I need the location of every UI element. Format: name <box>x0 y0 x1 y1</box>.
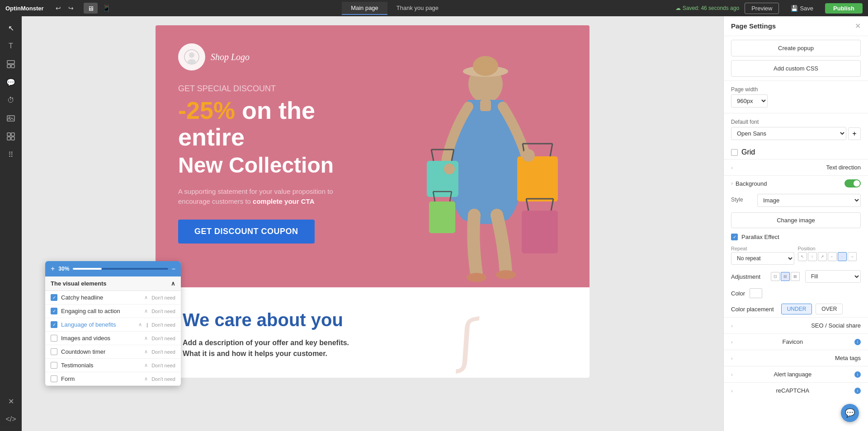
style-label: Style <box>731 197 754 203</box>
grid-checkbox[interactable] <box>731 149 738 156</box>
popup-bottom-section: We care about you Add a description of y… <box>156 287 590 378</box>
text-tool[interactable]: T <box>3 38 19 54</box>
fp-item-form[interactable]: Form ∧ Don't need <box>45 372 181 386</box>
color-placement-row: Color placement UNDER OVER <box>724 301 868 317</box>
text-direction-chevron: › <box>731 165 733 170</box>
popup-headline-small: GET SPECIAL DISCOUNT <box>178 84 372 94</box>
image-tool[interactable] <box>3 110 19 126</box>
svg-point-14 <box>473 56 498 76</box>
favicon-section-header[interactable]: › Favicon i <box>724 333 868 350</box>
grid-tool[interactable] <box>3 128 19 145</box>
svg-rect-26 <box>522 211 558 253</box>
style-select[interactable]: Image Color Gradient <box>757 194 861 207</box>
topbar-right-actions: ☁ Saved: 46 seconds ago Preview 💾 Save P… <box>675 3 863 14</box>
cursor-tool[interactable]: ↖ <box>3 20 19 36</box>
fp-checkbox-countdown[interactable] <box>51 348 57 355</box>
svg-rect-30 <box>429 201 455 233</box>
canvas-wrapper: Shop Logo GET SPECIAL DISCOUNT -25% on t… <box>22 25 723 431</box>
adjustment-label: Adjustment <box>731 273 767 280</box>
fp-label-catchy-headline: Catchy headline <box>61 294 141 301</box>
fp-label-images: Images and videos <box>61 335 141 342</box>
svg-point-11 <box>188 59 196 64</box>
pos-right-top[interactable]: ↗ <box>818 252 827 261</box>
cta-button[interactable]: GET DISCOUNT COUPON <box>178 220 315 244</box>
adj-icon-3[interactable]: ⊠ <box>791 272 800 281</box>
fp-checkbox-form[interactable] <box>51 375 57 382</box>
recaptcha-section-header[interactable]: › reCAPTCHA i <box>724 382 868 398</box>
canvas-area: Shop Logo GET SPECIAL DISCOUNT -25% on t… <box>22 16 723 431</box>
fp-checkbox-catchy-headline[interactable] <box>51 294 57 301</box>
apps-tool[interactable]: ⠿ <box>3 146 19 163</box>
chat-bubble-button[interactable]: 💬 <box>841 404 859 422</box>
redo-button[interactable]: ↪ <box>66 4 76 13</box>
fp-status-cta: Don't need <box>151 309 175 314</box>
grid-icon <box>7 132 15 141</box>
pos-center-top[interactable]: ↑ <box>808 252 817 261</box>
pos-left-center[interactable]: ← <box>828 252 837 261</box>
fp-checkbox-testimonials[interactable] <box>51 362 57 369</box>
fp-item-countdown[interactable]: Countdown timer ∧ Don't need <box>45 345 181 359</box>
fp-checkbox-cta[interactable] <box>51 308 57 314</box>
code-tool[interactable]: </> <box>3 411 19 427</box>
zoom-minus-button[interactable]: − <box>172 265 175 272</box>
adj-icon-2[interactable]: ⊞ <box>781 272 790 281</box>
fp-item-benefits[interactable]: Language of benefits ∧ | Don't need <box>45 318 181 332</box>
pos-center[interactable]: · <box>838 252 847 261</box>
background-toggle[interactable] <box>844 179 861 187</box>
meta-tags-section-header[interactable]: › Meta tags <box>724 350 868 366</box>
svg-point-10 <box>189 52 194 58</box>
rs-close-button[interactable]: ✕ <box>855 22 861 30</box>
publish-button[interactable]: Publish <box>825 3 863 14</box>
undo-button[interactable]: ↩ <box>53 4 64 13</box>
popup-accent-text: -25% <box>178 97 235 124</box>
zoom-bar <box>73 268 168 270</box>
desktop-view-button[interactable]: 🖥 <box>84 3 98 14</box>
layout-tool[interactable] <box>3 56 19 72</box>
pos-left-top[interactable]: ↖ <box>798 252 807 261</box>
text-direction-section-header[interactable]: › Text direction <box>724 159 868 175</box>
mobile-view-button[interactable]: 📱 <box>99 3 114 14</box>
adjustment-select[interactable]: Fill Fit Stretch Tile <box>805 270 861 283</box>
adj-icon-1[interactable]: ⊡ <box>771 272 780 281</box>
color-row: Color <box>724 286 868 301</box>
preview-button[interactable]: Preview <box>745 3 779 14</box>
meta-tags-chevron: › <box>731 356 733 361</box>
tab-thank-you-page[interactable]: Thank you page <box>387 2 448 15</box>
placement-over-button[interactable]: OVER <box>816 304 843 314</box>
left-sidebar: ↖ T 💬 ⏱ ⠿ ✕ <box>0 16 22 431</box>
seo-label: SEO / Social share <box>811 322 861 329</box>
add-css-button[interactable]: Add custom CSS <box>731 60 861 77</box>
add-font-button[interactable]: + <box>848 127 861 140</box>
repeat-label: Repeat <box>731 246 794 251</box>
color-placement-label: Color placement <box>731 306 774 313</box>
fp-item-testimonials[interactable]: Testimonials ∧ Don't need <box>45 359 181 372</box>
fp-status-form: Don't need <box>151 376 175 382</box>
fp-checkbox-benefits[interactable] <box>51 321 57 328</box>
page-width-select[interactable]: 960px 1200px 800px <box>731 94 768 108</box>
alert-language-chevron: › <box>731 372 733 377</box>
fp-checkbox-images[interactable] <box>51 335 57 342</box>
fp-item-images[interactable]: Images and videos ∧ Don't need <box>45 332 181 345</box>
fp-item-cta[interactable]: Engaging call to action ∧ Don't need <box>45 305 181 318</box>
timer-tool[interactable]: ⏱ <box>3 92 19 108</box>
placement-under-button[interactable]: UNDER <box>781 304 812 314</box>
fp-chevron-1: ∧ <box>144 308 148 314</box>
seo-section-header[interactable]: › SEO / Social share <box>724 317 868 333</box>
page-settings-title: Page Settings <box>731 22 776 30</box>
collapse-sidebar-button[interactable]: ✕ <box>3 393 19 409</box>
svg-rect-1 <box>7 65 10 68</box>
create-popup-button[interactable]: Create popup <box>731 40 861 56</box>
default-font-select[interactable]: Open Sans Roboto Arial <box>731 127 846 140</box>
tab-main-page[interactable]: Main page <box>342 2 387 15</box>
pos-right-center[interactable]: → <box>848 252 857 261</box>
fp-item-catchy-headline[interactable]: Catchy headline ∧ Don't need <box>45 291 181 305</box>
save-button[interactable]: 💾 Save <box>784 3 820 14</box>
comment-tool[interactable]: 💬 <box>3 74 19 90</box>
popup-logo-area: Shop Logo <box>178 43 372 70</box>
change-image-button[interactable]: Change image <box>731 212 861 228</box>
repeat-select[interactable]: No repeat Repeat Repeat-x Repeat-y <box>731 252 794 265</box>
alert-language-section-header[interactable]: › Alert language i <box>724 366 868 382</box>
parallax-checkbox[interactable]: ✓ <box>731 234 738 240</box>
favicon-chevron: › <box>731 339 733 345</box>
color-swatch[interactable] <box>750 288 762 298</box>
